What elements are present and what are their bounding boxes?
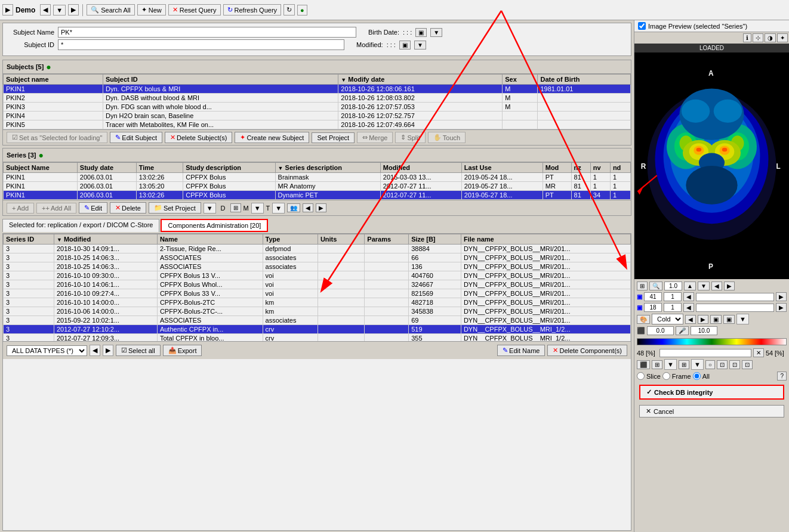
table-row[interactable]: 32012-07-27 12:10:2...Authentic CPFPX in… bbox=[4, 325, 631, 334]
colormap-btn2[interactable]: ▣ bbox=[723, 315, 735, 324]
slice-slider[interactable] bbox=[696, 293, 774, 301]
table-row[interactable]: 32012-07-27 12:09:3...Total CPFPX in blo… bbox=[4, 334, 631, 342]
icon-btn-2[interactable]: ⊞ bbox=[652, 360, 662, 369]
slice-next-btn[interactable]: ▶ bbox=[776, 292, 787, 301]
series-more2[interactable]: ▼ bbox=[272, 203, 285, 214]
series-db-icon[interactable]: ⊞ bbox=[230, 203, 241, 212]
series-people-icon[interactable]: 👥 bbox=[287, 203, 300, 212]
delete-subjects-button[interactable]: ✕ Delete Subject(s) bbox=[165, 132, 232, 143]
max-input[interactable] bbox=[691, 326, 717, 335]
help-btn[interactable]: ? bbox=[777, 372, 787, 381]
reset-query-button[interactable]: ✕ Reset Query bbox=[168, 4, 221, 16]
colormap-btn1[interactable]: ▣ bbox=[710, 315, 722, 324]
table-row[interactable]: PKIN12006.03.0113:02:26CPFPX BolusBrainm… bbox=[4, 173, 631, 182]
edit-series-button[interactable]: ✎ Edit bbox=[79, 202, 107, 214]
min-mic-btn[interactable]: 🎤 bbox=[676, 326, 689, 335]
split-button[interactable]: ⇕ Split bbox=[395, 132, 425, 143]
tab-components[interactable]: Components Administration [20] bbox=[161, 219, 268, 232]
frame-max-input[interactable] bbox=[664, 303, 682, 312]
slice-max-input[interactable] bbox=[664, 292, 682, 301]
col-modified[interactable]: Modified bbox=[380, 163, 461, 173]
cancel-button[interactable]: ✕ Cancel bbox=[639, 405, 784, 417]
table-row[interactable]: 32018-10-25 14:06:3...ASSOCIATESassociat… bbox=[4, 262, 631, 271]
data-types-select[interactable]: ALL DATA TYPES (*) bbox=[7, 345, 87, 356]
col-nd[interactable]: nd bbox=[610, 163, 630, 173]
colormap-next-btn[interactable]: ▶ bbox=[698, 315, 708, 324]
slice-input[interactable] bbox=[644, 292, 662, 301]
table-row[interactable]: PKIN4Dyn H2O brain scan, Baseline2018-10… bbox=[4, 112, 631, 120]
table-row[interactable]: 32015-09-22 10:02:1...ASSOCIATESassociat… bbox=[4, 316, 631, 325]
slice-prev-btn[interactable]: ◀ bbox=[683, 292, 694, 301]
col-comp-units[interactable]: Units bbox=[318, 234, 364, 245]
col-sex[interactable]: Sex bbox=[503, 75, 538, 85]
col-subject-id[interactable]: Subject ID bbox=[103, 75, 338, 85]
frame-prev-btn[interactable]: ◀ bbox=[683, 303, 694, 312]
frame-next-btn[interactable]: ▶ bbox=[776, 303, 787, 312]
icon-btn-3[interactable]: ⊞ bbox=[679, 360, 689, 369]
table-row[interactable]: PKIN1Dyn. CPFPX bolus & MRI2018-10-26 12… bbox=[4, 85, 631, 94]
colormap-select[interactable]: Cold bbox=[652, 314, 683, 324]
col-nz[interactable]: nz bbox=[571, 163, 590, 173]
icon-btn-4[interactable]: ○ bbox=[705, 360, 715, 369]
col-modify-date[interactable]: ▼ Modify date bbox=[338, 75, 503, 85]
subjects-table-container[interactable]: Subject name Subject ID ▼ Modify date Se… bbox=[3, 74, 631, 129]
nav-dropdown[interactable]: ▼ bbox=[53, 5, 66, 16]
create-subject-button[interactable]: ✦ Create new Subject bbox=[235, 132, 309, 143]
col-study-date[interactable]: Study date bbox=[77, 163, 136, 173]
preview-lut-btn[interactable]: ◑ bbox=[765, 33, 776, 42]
table-row[interactable]: PKIN3Dyn. FDG scan with whole blood d...… bbox=[4, 103, 631, 112]
icon-btn-5[interactable]: ⊡ bbox=[717, 360, 728, 369]
col-nv[interactable]: nv bbox=[590, 163, 610, 173]
col-dob[interactable]: Date of Birth bbox=[538, 75, 631, 85]
birth-date-btn1[interactable]: ▣ bbox=[415, 28, 427, 37]
icon-btn-7[interactable]: ⊡ bbox=[742, 360, 753, 369]
preview-zoom-btn[interactable]: ✦ bbox=[777, 33, 788, 42]
col-comp-type[interactable]: Type bbox=[263, 234, 318, 245]
col-series-desc[interactable]: ▼ Series description bbox=[275, 163, 380, 173]
series-dropdown[interactable]: ▼ bbox=[204, 203, 216, 214]
table-row[interactable]: 32016-10-10 14:06:1...CPFPX Bolus Whol..… bbox=[4, 280, 631, 289]
col-time[interactable]: Time bbox=[136, 163, 183, 173]
delete-series-button[interactable]: ✕ Delete bbox=[110, 202, 146, 214]
col-comp-name[interactable]: Name bbox=[157, 234, 263, 245]
slice-radio[interactable] bbox=[637, 372, 645, 380]
nav-next[interactable]: ▶ bbox=[68, 4, 79, 16]
green-check-btn[interactable]: ● bbox=[297, 5, 307, 16]
table-row[interactable]: 32016-10-10 09:30:0...CPFPX Bolus 13 V..… bbox=[4, 271, 631, 280]
table-row[interactable]: 32018-10-30 14:09:1...2-Tissue, Ridge Re… bbox=[4, 245, 631, 253]
set-selected-button[interactable]: ☑ Set as "Selected for loading" bbox=[7, 132, 107, 143]
tab-replication[interactable]: Selected for: replication / export / DIC… bbox=[2, 219, 159, 232]
col-subj-name[interactable]: Subject Name bbox=[4, 163, 78, 173]
all-radio[interactable] bbox=[693, 372, 701, 380]
set-project-button[interactable]: Set Project bbox=[312, 132, 355, 143]
check-db-button[interactable]: ✓ Check DB integrity bbox=[639, 385, 784, 400]
edit-name-button[interactable]: ✎ Edit Name bbox=[497, 345, 545, 356]
col-comp-modified[interactable]: ▼ Modified bbox=[54, 234, 157, 245]
table-row[interactable]: 32016-10-10 14:00:0...CPFPX-Bolus-2TCkm4… bbox=[4, 298, 631, 307]
col-mod[interactable]: Mod bbox=[543, 163, 571, 173]
colormap-dropdown[interactable]: ▼ bbox=[736, 314, 749, 324]
series-next-btn[interactable]: ▶ bbox=[316, 203, 326, 212]
col-subject-name[interactable]: Subject name bbox=[4, 75, 103, 85]
zoom-down-btn[interactable]: ▼ bbox=[698, 282, 710, 290]
table-row[interactable]: 32016-10-10 09:27:4...CPFPX Bolus 33 V..… bbox=[4, 289, 631, 298]
table-row[interactable]: PKIN12006.03.0113:05:20CPFPX BolusMR Ana… bbox=[4, 182, 631, 191]
select-all-button[interactable]: ☑ Select all bbox=[116, 345, 161, 356]
col-series-id[interactable]: Series ID bbox=[4, 234, 54, 245]
play-button[interactable]: ▶ bbox=[2, 4, 13, 16]
subject-id-input[interactable] bbox=[58, 39, 344, 50]
components-table-container[interactable]: Series ID ▼ Modified Name Type Units Par… bbox=[3, 234, 631, 341]
add-all-button[interactable]: ++ Add All bbox=[36, 203, 76, 214]
min-input[interactable] bbox=[647, 326, 674, 335]
modified-btn2[interactable]: ▼ bbox=[414, 41, 426, 50]
col-comp-params[interactable]: Params bbox=[365, 234, 409, 245]
data-types-prev[interactable]: ◀ bbox=[90, 345, 100, 356]
subject-name-input[interactable] bbox=[58, 27, 356, 38]
zoom-in-btn[interactable]: 🔍 bbox=[649, 282, 662, 290]
refresh-query-button[interactable]: ↻ Refresh Query bbox=[223, 4, 282, 16]
zoom-input[interactable] bbox=[664, 282, 682, 290]
frame-radio[interactable] bbox=[662, 372, 670, 380]
refresh-icon-btn[interactable]: ↻ bbox=[283, 4, 295, 16]
set-project-series-button[interactable]: 📁 Set Project bbox=[149, 202, 201, 214]
delete-component-button[interactable]: ✕ Delete Component(s) bbox=[547, 345, 627, 356]
